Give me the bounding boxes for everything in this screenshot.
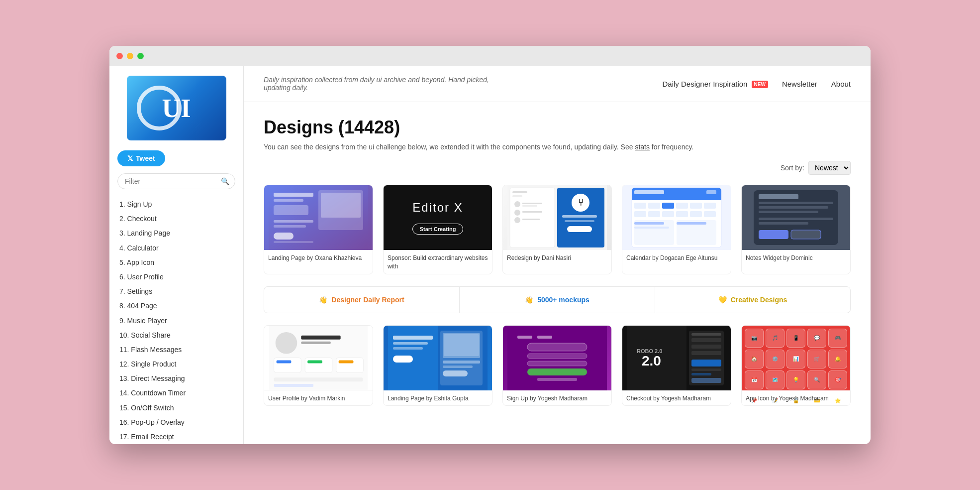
svg-rect-15: [522, 203, 542, 204]
nav-item-messaging[interactable]: 13. Direct Messaging: [117, 371, 235, 386]
svg-point-14: [514, 201, 520, 207]
search-icon: 🔍: [221, 177, 229, 185]
card-calendar[interactable]: Calendar by Dogacan Ege Altunsu: [622, 185, 731, 274]
nav-item-404[interactable]: 8. 404 Page: [117, 299, 235, 313]
card-landing-eshita[interactable]: Landing Page by Eshita Gupta: [383, 325, 492, 406]
nav-item-email[interactable]: 17. Email Receipt: [117, 430, 235, 444]
card-label-3: Redesign by Dani Nasiri: [503, 250, 611, 265]
svg-rect-6: [274, 220, 313, 223]
logo-ring: [137, 86, 182, 130]
logo-box: UI: [127, 76, 226, 140]
card-label-5: Notes Widget by Dominic: [742, 250, 850, 265]
svg-rect-44: [704, 211, 716, 217]
nav-item-flash[interactable]: 11. Flash Messages: [117, 343, 235, 357]
nav-item-signup[interactable]: 1. Sign Up: [117, 197, 235, 212]
nav-item-landing[interactable]: 3. Landing Page: [117, 226, 235, 241]
card-label-8: Sign Up by Yogesh Madharam: [503, 390, 611, 406]
title-bar: [109, 46, 871, 66]
svg-rect-32: [706, 190, 716, 194]
card-userprofile[interactable]: User Profile by Vadim Markin: [264, 325, 373, 406]
svg-rect-7: [274, 225, 306, 228]
page-title: Designs (14428): [264, 117, 851, 138]
card-signup-yogesh[interactable]: Sign Up by Yogesh Madharam: [502, 325, 612, 406]
svg-rect-89: [527, 354, 587, 359]
svg-rect-41: [662, 211, 674, 217]
nav-links: Daily Designer Inspiration NEW Newslette…: [663, 80, 851, 88]
filter-input[interactable]: [117, 173, 235, 189]
card-thumb-5: [742, 185, 850, 250]
card-landing-oxana[interactable]: Landing Page by Oxana Khazhieva: [264, 185, 373, 274]
stats-link[interactable]: stats: [635, 143, 650, 151]
svg-rect-58: [759, 230, 788, 239]
sidebar: UI 𝕏 Tweet 🔍 1. Sign Up 2. Checkout 3. L…: [109, 66, 244, 444]
svg-rect-40: [648, 211, 660, 217]
sort-select[interactable]: Newest Oldest: [808, 161, 851, 175]
card-thumb-2: Editor X Start Creating: [384, 185, 492, 250]
card-appicons-yogesh[interactable]: 📷 🎵 📱 💬 🎮 🏠 ⚙️ 📊 🛒 🔔 📅: [741, 325, 851, 406]
nav-item-checkout[interactable]: 2. Checkout: [117, 212, 235, 226]
svg-rect-49: [677, 222, 706, 225]
svg-rect-102: [691, 360, 721, 367]
svg-rect-53: [759, 202, 833, 204]
card-thumb-6: [264, 326, 373, 390]
nav-item-countdown[interactable]: 14. Countdown Timer: [117, 386, 235, 400]
nav-item-popup[interactable]: 16. Pop-Up / Overlay: [117, 415, 235, 430]
svg-rect-37: [690, 203, 702, 209]
newsletter-link[interactable]: Newsletter: [782, 80, 817, 88]
card-checkout-yogesh[interactable]: ROBO 2.0 2.0: [622, 325, 731, 406]
svg-rect-59: [791, 230, 821, 239]
card-notes[interactable]: Notes Widget by Dominic: [741, 185, 851, 274]
svg-rect-104: [691, 373, 711, 375]
nav-item-product[interactable]: 12. Single Product: [117, 357, 235, 371]
svg-rect-31: [634, 190, 664, 194]
svg-rect-35: [662, 203, 674, 209]
svg-text:⑂: ⑂: [578, 198, 584, 208]
nav-item-calculator[interactable]: 4. Calculator: [117, 241, 235, 255]
svg-rect-54: [759, 206, 828, 209]
close-dot[interactable]: [116, 53, 123, 59]
content-area: Designs (14428) You can see the designs …: [244, 102, 871, 433]
top-nav: Daily inspiration collected from daily u…: [244, 66, 871, 102]
svg-rect-64: [274, 358, 301, 372]
svg-rect-83: [443, 370, 468, 376]
maximize-dot[interactable]: [137, 53, 144, 59]
card-thumb-10: 📷 🎵 📱 💬 🎮 🏠 ⚙️ 📊 🛒 🔔 📅: [742, 326, 850, 390]
svg-rect-57: [759, 222, 808, 225]
promo-mockups[interactable]: 👋 5000+ mockups: [460, 287, 655, 313]
nav-item-socialshare[interactable]: 10. Social Share: [117, 328, 235, 343]
card-thumb-8: [503, 326, 611, 390]
card-github[interactable]: ⑂ Redesign by Dani Nasiri: [502, 185, 612, 274]
svg-rect-62: [301, 335, 340, 339]
svg-rect-87: [527, 343, 587, 351]
nav-item-userprofile[interactable]: 6. User Profile: [117, 270, 235, 284]
card-editorx[interactable]: Editor X Start Creating Sponsor: Build e…: [383, 185, 492, 274]
sort-label: Sort by:: [781, 164, 804, 172]
tweet-button[interactable]: 𝕏 Tweet: [117, 150, 165, 166]
svg-rect-99: [691, 338, 721, 342]
sort-bar: Sort by: Newest Oldest: [264, 161, 851, 175]
svg-rect-63: [301, 341, 331, 344]
svg-rect-98: [691, 333, 721, 336]
promo-creative[interactable]: 💛 Creative Designs: [655, 287, 850, 313]
about-link[interactable]: About: [831, 80, 851, 88]
svg-rect-75: [393, 342, 428, 345]
nav-item-appicon[interactable]: 5. App Icon: [117, 255, 235, 270]
desc-text: You can see the designs from the ui chal…: [264, 143, 633, 151]
twitter-icon: 𝕏: [127, 154, 133, 162]
svg-point-19: [514, 217, 520, 223]
inspiration-link[interactable]: Daily Designer Inspiration NEW: [663, 80, 768, 88]
svg-rect-105: [691, 378, 721, 383]
promo-label-3: Creative Designs: [731, 296, 787, 304]
cards-row2: User Profile by Vadim Markin: [264, 325, 851, 406]
minimize-dot[interactable]: [127, 53, 133, 59]
promo-designer-report[interactable]: 👋 Designer Daily Report: [264, 287, 460, 313]
svg-rect-5: [321, 193, 361, 218]
svg-rect-42: [676, 211, 688, 217]
svg-rect-92: [537, 378, 577, 381]
svg-rect-67: [277, 360, 292, 363]
nav-item-onoff[interactable]: 15. On/Off Switch: [117, 401, 235, 415]
nav-item-settings[interactable]: 7. Settings: [117, 284, 235, 299]
svg-rect-12: [512, 191, 527, 193]
tagline: Daily inspiration collected from daily u…: [264, 76, 512, 92]
nav-item-musicplayer[interactable]: 9. Music Player: [117, 314, 235, 328]
